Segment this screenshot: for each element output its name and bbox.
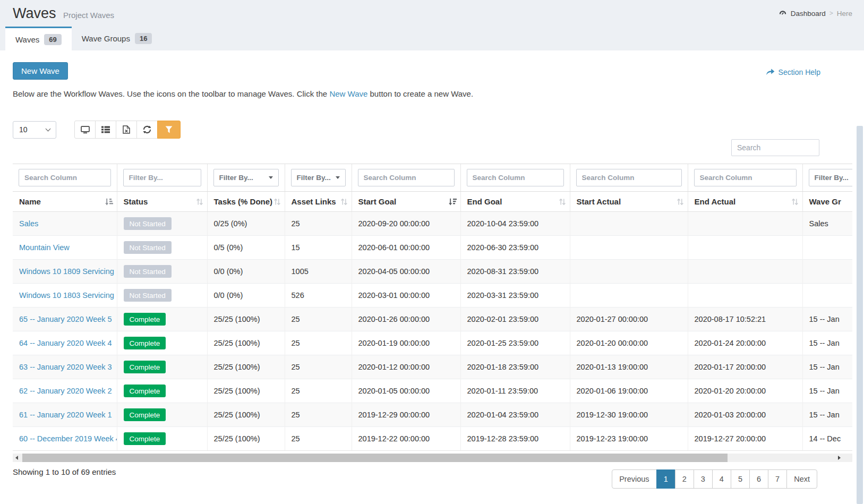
filter-input-start_actual[interactable] xyxy=(576,169,682,186)
caret-down-icon xyxy=(269,176,273,179)
wave-name-link[interactable]: 64 -- January 2020 Week 4 xyxy=(19,339,112,347)
caret-down-icon xyxy=(336,176,340,179)
filter-toggle-button[interactable] xyxy=(157,121,181,139)
table-row: 64 -- January 2020 Week 4Complete25/25 (… xyxy=(13,331,852,355)
list-view-button[interactable] xyxy=(95,121,116,139)
column-header-status[interactable]: Status xyxy=(117,192,207,212)
wave-name-link[interactable]: Mountain View xyxy=(19,243,70,252)
cell-name: 64 -- January 2020 Week 4 xyxy=(13,331,117,355)
cell-assets: 526 xyxy=(285,284,352,307)
cell-end_goal: 2020-01-25 23:59:00 xyxy=(460,331,570,355)
column-header-end_actual[interactable]: End Actual xyxy=(688,192,802,212)
cell-end_actual: 2020-01-24 20:00:00 xyxy=(688,331,802,355)
filter-input-name[interactable] xyxy=(19,169,111,186)
cell-wave_group: 14 -- Dec xyxy=(802,427,852,451)
wave-name-link[interactable]: 63 -- January 2020 Week 3 xyxy=(19,363,112,371)
filter-select-assets[interactable]: Filter By... xyxy=(291,169,346,186)
filter-select-wave_group[interactable]: Filter By... xyxy=(809,169,853,186)
page-button-7[interactable]: 7 xyxy=(768,469,787,489)
wave-name-link[interactable]: 61 -- January 2020 Week 1 xyxy=(19,411,112,419)
page-button-5[interactable]: 5 xyxy=(731,469,750,489)
cell-end_actual: 2019-12-27 20:00:00 xyxy=(688,427,802,451)
filter-input-start_goal[interactable] xyxy=(358,169,455,186)
sort-amount-desc-icon xyxy=(448,198,457,206)
column-header-label: Wave Gr xyxy=(809,197,841,206)
page-size-value: 10 xyxy=(19,125,28,134)
page-button-6[interactable]: 6 xyxy=(749,469,768,489)
top-header: Waves Project Waves Dashboard > Here xyxy=(0,0,864,27)
sort-both-icon xyxy=(196,198,203,206)
filter-input-status[interactable] xyxy=(123,169,201,186)
table-row: Mountain ViewNot Started0/5 (0%)152020-0… xyxy=(13,236,852,260)
column-header-tasks[interactable]: Tasks (% Done) xyxy=(207,192,285,212)
page-button-next[interactable]: Next xyxy=(786,469,817,489)
entries-info: Showing 1 to 10 of 69 entries xyxy=(13,465,116,476)
column-header-label: Tasks (% Done) xyxy=(214,197,273,206)
filter-select-tasks[interactable]: Filter By... xyxy=(213,169,279,186)
column-header-label: Name xyxy=(19,197,41,206)
cell-name: Mountain View xyxy=(13,236,117,260)
wave-name-link[interactable]: 62 -- January 2020 Week 2 xyxy=(19,387,112,395)
section-description: Below are the Workflow Waves. Use the ic… xyxy=(13,89,852,98)
breadcrumb: Dashboard > Here xyxy=(779,10,852,18)
page-size-select[interactable]: 10 xyxy=(13,121,56,139)
cell-name: 61 -- January 2020 Week 1 xyxy=(13,403,117,427)
search-input[interactable] xyxy=(731,139,819,156)
sort-both-icon xyxy=(791,198,799,206)
page-button-4[interactable]: 4 xyxy=(712,469,731,489)
horizontal-scrollbar-thumb[interactable] xyxy=(22,454,728,462)
status-badge: Complete xyxy=(124,337,166,349)
breadcrumb-dashboard-link[interactable]: Dashboard xyxy=(791,10,826,18)
refresh-button[interactable] xyxy=(136,121,158,139)
cell-tasks: 0/5 (0%) xyxy=(207,236,285,260)
table-toolbar: 10 xyxy=(13,121,852,139)
scroll-left-arrow-icon[interactable] xyxy=(15,456,18,460)
scroll-right-arrow-icon[interactable] xyxy=(838,456,841,460)
wave-name-link[interactable]: 60 -- December 2019 Week 4 xyxy=(19,434,117,443)
wave-name-link[interactable]: Windows 10 1809 Servicing xyxy=(19,267,114,276)
wave-name-link[interactable]: Windows 10 1803 Servicing xyxy=(19,291,114,300)
cell-name: 65 -- January 2020 Week 5 xyxy=(13,307,117,331)
cell-status: Not Started xyxy=(117,284,207,307)
breadcrumb-separator: > xyxy=(829,10,833,17)
filter-input-end_goal[interactable] xyxy=(467,169,564,186)
cell-tasks: 0/25 (0%) xyxy=(207,212,285,236)
column-header-wave_group[interactable]: Wave Gr xyxy=(802,192,852,212)
cell-start_goal: 2019-12-29 00:00:00 xyxy=(352,403,460,427)
list-icon xyxy=(101,126,110,133)
wave-name-link[interactable]: Sales xyxy=(19,219,38,228)
cell-status: Not Started xyxy=(117,212,207,236)
page-title: Waves xyxy=(13,5,56,21)
waves-table-viewport: Filter By...Filter By...Filter By... Nam… xyxy=(13,164,852,451)
new-wave-inline-link[interactable]: New Wave xyxy=(329,89,367,98)
column-header-assets[interactable]: Asset Links xyxy=(285,192,352,212)
column-header-name[interactable]: Name xyxy=(13,192,117,212)
page-button-1[interactable]: 1 xyxy=(656,469,675,489)
column-header-label: Status xyxy=(124,197,148,206)
excel-export-button[interactable] xyxy=(116,121,137,139)
filter-input-end_actual[interactable] xyxy=(694,169,797,186)
column-visibility-button[interactable] xyxy=(74,121,96,139)
tab-waves[interactable]: Waves69 xyxy=(5,27,72,50)
sort-attributes-icon xyxy=(105,198,113,206)
column-header-start_goal[interactable]: Start Goal xyxy=(352,192,460,212)
page-button-previous[interactable]: Previous xyxy=(612,469,656,489)
cell-end_actual: 2020-08-17 10:52:21 xyxy=(688,307,802,331)
column-header-end_goal[interactable]: End Goal xyxy=(460,192,570,212)
tab-wave-groups[interactable]: Wave Groups16 xyxy=(72,27,162,50)
cell-end_goal: 2020-06-30 23:59:00 xyxy=(460,236,570,260)
column-header-start_actual[interactable]: Start Actual xyxy=(570,192,688,212)
cell-start_goal: 2020-01-05 00:00:00 xyxy=(352,379,460,403)
table-row: 62 -- January 2020 Week 2Complete25/25 (… xyxy=(13,379,852,403)
breadcrumb-current: Here xyxy=(837,10,852,18)
page-button-3[interactable]: 3 xyxy=(694,469,713,489)
cell-wave_group: Sales xyxy=(802,212,852,236)
vertical-scrollbar[interactable] xyxy=(857,126,863,504)
page-button-2[interactable]: 2 xyxy=(675,469,694,489)
new-wave-button[interactable]: New Wave xyxy=(13,62,68,80)
wave-name-link[interactable]: 65 -- January 2020 Week 5 xyxy=(19,315,112,323)
table-footer: Showing 1 to 10 of 69 entries Previous12… xyxy=(13,465,852,489)
cell-start_actual: 2020-01-20 00:00:00 xyxy=(570,331,688,355)
section-help-link[interactable]: Section Help xyxy=(766,68,820,76)
horizontal-scrollbar[interactable] xyxy=(13,454,852,462)
